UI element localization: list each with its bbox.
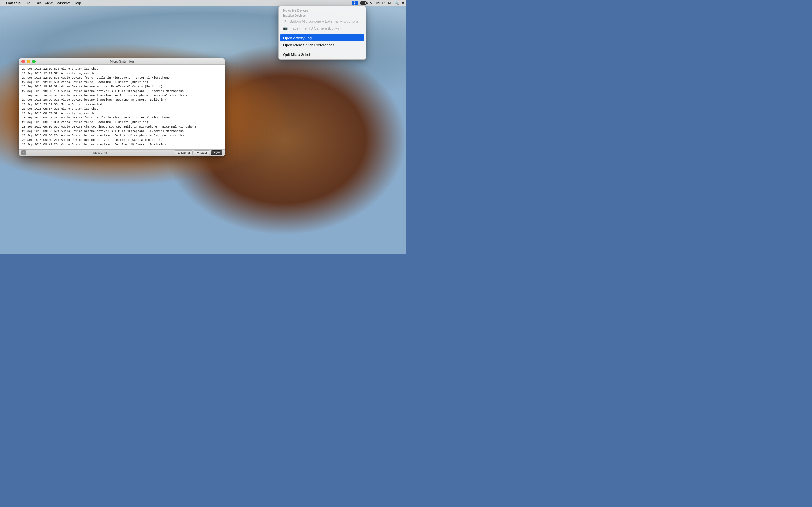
later-button[interactable]: ▼ Later [194,150,210,155]
menu-view[interactable]: View [45,1,53,5]
clock: Thu 09:41 [375,1,392,5]
footer-size: Size: 1 KB [28,151,172,154]
later-chevron: ▼ [196,151,200,154]
menu-file[interactable]: File [24,1,30,5]
inactive-device-microphone: 🎙 Built-in Microphone – External Microph… [279,18,366,25]
menu-window[interactable]: Window [57,1,70,5]
log-content[interactable]: 27 Sep 2015 12:19:57: Micro Snitch launc… [19,65,225,149]
open-preferences-item[interactable]: Open Micro Snitch Preferences... [279,42,366,49]
no-active-devices-header: No Active Devices [279,8,366,13]
log-line: 28 Sep 2015 09:36:07: Audio Device chang… [22,125,222,129]
quit-micro-snitch-label: Quit Micro Snitch [283,53,311,57]
open-activity-log-label: Open Activity Log... [283,36,315,40]
earlier-button[interactable]: ▲ Earlier [175,150,193,155]
menu-help[interactable]: Help [74,1,81,5]
log-line: 27 Sep 2015 18:30:19: Audio Device becam… [22,89,222,94]
log-line: 27 Sep 2015 12:19:58: Video Device found… [22,80,222,84]
inactive-devices-header: Inactive Devices [279,13,366,18]
log-line: 27 Sep 2015 12:19:58: Audio Device found… [22,76,222,80]
log-line: 27 Sep 2015 19:29:01: Audio Device becam… [22,94,222,98]
menu-edit[interactable]: Edit [35,1,41,5]
log-line: 28 Sep 2015 08:57:32: Activity log enabl… [22,111,222,116]
notification-center-icon[interactable]: ≡ [401,1,404,5]
menu-divider-2 [279,50,366,50]
inactive-device-camera: 📷 FaceTime HD Camera (Built-in) [279,25,366,32]
log-line: 28 Sep 2015 08:57:32: Micro Snitch launc… [22,107,222,111]
footer-left: ≡ [21,150,26,155]
battery-fill [361,2,365,4]
microphone-icon: 🎙 [283,19,287,23]
log-line: 27 Sep 2015 18:30:03: Video Device becam… [22,84,222,89]
menubar-left: Console File Edit View Window Help [2,1,352,5]
app-name[interactable]: Console [6,1,20,5]
footer-list-icon: ≡ [21,150,26,155]
log-line: 28 Sep 2015 09:36:52: Audio Device becam… [22,129,222,134]
log-line: 28 Sep 2015 09:40:21: Audio Device becam… [22,138,222,143]
spotlight-icon[interactable]: 🔍 [394,1,399,5]
battery-body [361,1,367,4]
window-maximize-button[interactable] [32,60,36,63]
wifi-icon[interactable]: ∿ [370,1,372,5]
open-preferences-label: Open Micro Snitch Preferences... [283,43,337,47]
log-line: 28 Sep 2015 09:38:25: Audio Device becam… [22,133,222,138]
window-controls [21,60,36,63]
log-line: 27 Sep 2015 19:29:02: Video Device becam… [22,98,222,102]
quit-micro-snitch-item[interactable]: Quit Micro Snitch [279,51,366,58]
later-label: Later [200,151,207,154]
window-minimize-button[interactable] [27,60,30,63]
window-close-button[interactable] [21,60,25,63]
open-activity-log-item[interactable]: Open Activity Log... [280,35,364,42]
log-line: 28 Sep 2015 08:57:33: Video Device found… [22,120,222,125]
log-line: 28 Sep 2015 09:41:28: Video Device becam… [22,143,222,147]
micro-snitch-menubar-icon[interactable]: 🎙 [352,1,358,5]
window-title: Micro Snitch.log [110,60,134,63]
earlier-label: Earlier [181,151,190,154]
menubar-right: 🎙 ∿ Thu 09:41 🔍 ≡ [352,1,404,5]
menubar: Console File Edit View Window Help 🎙 ∿ T… [0,0,406,6]
camera-icon: 📷 [283,26,288,31]
now-label: Now [213,151,220,154]
log-line: 28 Sep 2015 08:57:33: Audio Device found… [22,116,222,120]
log-line: 27 Sep 2015 12:19:57: Activity log enabl… [22,71,222,76]
console-window: Micro Snitch.log 27 Sep 2015 12:19:57: M… [19,58,225,156]
window-footer: ≡ Size: 1 KB ▲ Earlier ▼ Later Now [19,149,225,156]
battery-indicator [361,1,367,4]
footer-nav-buttons: ▲ Earlier ▼ Later Now [175,150,222,155]
menu-divider-1 [279,33,366,33]
now-button[interactable]: Now [211,150,222,155]
micro-snitch-dropdown: No Active Devices Inactive Devices 🎙 Bui… [278,6,366,60]
inactive-device-camera-label: FaceTime HD Camera (Built-in) [291,26,342,31]
log-line: 27 Sep 2015 23:31:33: Micro Snitch termi… [22,102,222,107]
window-titlebar: Micro Snitch.log [19,58,225,65]
inactive-device-microphone-label: Built-in Microphone – External Microphon… [290,19,359,23]
log-line: 27 Sep 2015 12:19:57: Micro Snitch launc… [22,67,222,71]
earlier-chevron: ▲ [177,151,181,154]
